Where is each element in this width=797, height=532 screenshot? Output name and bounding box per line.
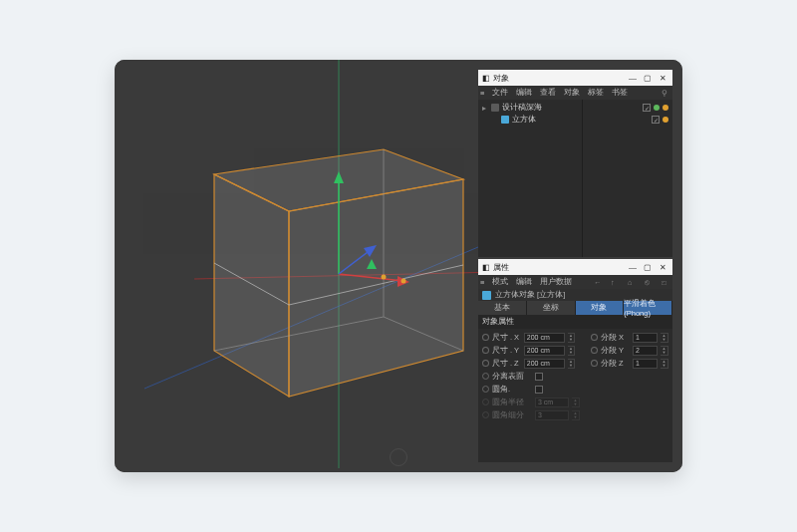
prop-row-fillet-sub: 圆角细分 3 ▲▼ bbox=[482, 408, 668, 421]
spinner-fillet-radius: ▲▼ bbox=[572, 398, 580, 407]
label-fillet-radius: 圆角半径 bbox=[492, 398, 532, 407]
svg-marker-4 bbox=[214, 174, 289, 397]
anim-dot-icon[interactable] bbox=[482, 334, 489, 341]
svg-point-18 bbox=[382, 275, 387, 280]
home-icon[interactable]: ⌂ bbox=[628, 278, 637, 287]
input-seg-y[interactable]: 2 bbox=[633, 346, 658, 356]
object-tree[interactable]: ▸ 设计稿深海 ✓ 立方体 ✓ bbox=[478, 100, 672, 128]
input-seg-x[interactable]: 1 bbox=[633, 333, 658, 343]
menu-view[interactable]: 查看 bbox=[540, 88, 556, 98]
maximize-button[interactable]: ▢ bbox=[642, 261, 654, 273]
lock-icon[interactable]: ⏍ bbox=[662, 278, 670, 287]
cube-icon bbox=[482, 291, 491, 300]
hamburger-icon[interactable]: ≡ bbox=[480, 278, 484, 287]
object-panel-title: 对象 bbox=[493, 73, 509, 84]
watermark-icon bbox=[390, 448, 407, 466]
spinner-seg-y[interactable]: ▲▼ bbox=[661, 346, 668, 356]
label-separate: 分离表面 bbox=[492, 372, 532, 382]
prop-row-fillet: 圆角. bbox=[482, 383, 668, 396]
attr-panel-titlebar[interactable]: ◧ 属性 — ▢ ✕ bbox=[478, 259, 672, 275]
visibility-toggle[interactable]: ✓ bbox=[643, 104, 651, 112]
checkbox-separate[interactable] bbox=[535, 373, 543, 381]
label-seg-y: 分段 Y bbox=[601, 346, 630, 356]
label-size-y: 尺寸 . Y bbox=[492, 346, 521, 356]
object-header-label: 立方体对象 [立方体] bbox=[495, 290, 565, 300]
attr-panel-title: 属性 bbox=[493, 262, 509, 273]
input-seg-z[interactable]: 1 bbox=[633, 359, 658, 369]
object-panel-menubar: ≡ 文件 编辑 查看 对象 标签 书签 ⚲ bbox=[478, 86, 672, 100]
tab-coord[interactable]: 坐标 bbox=[527, 301, 576, 315]
input-size-x[interactable]: 200 cm bbox=[524, 333, 565, 343]
nav-up-icon[interactable]: ↑ bbox=[611, 278, 620, 287]
attr-panel-menubar: ≡ 模式 编辑 用户数据 ← ↑ ⌂ ⎋ ⏍ bbox=[478, 275, 672, 289]
tree-column-divider[interactable] bbox=[582, 100, 583, 257]
label-size-x: 尺寸 . X bbox=[492, 333, 521, 343]
anim-dot-icon[interactable] bbox=[591, 360, 598, 367]
prop-row-size-x: 尺寸 . X 200 cm ▲▼ 分段 X 1 ▲▼ bbox=[482, 331, 668, 344]
expand-arrow-icon[interactable]: ▸ bbox=[482, 104, 488, 113]
anim-dot-icon[interactable] bbox=[482, 347, 489, 354]
tree-row[interactable]: 立方体 ✓ bbox=[482, 114, 668, 126]
anim-dot-icon[interactable] bbox=[482, 386, 489, 393]
link-icon[interactable]: ⎋ bbox=[645, 278, 654, 287]
prop-row-size-z: 尺寸 . Z 200 cm ▲▼ 分段 Z 1 ▲▼ bbox=[482, 357, 668, 370]
properties-list: 尺寸 . X 200 cm ▲▼ 分段 X 1 ▲▼ 尺寸 . Y 200 cm… bbox=[478, 329, 672, 423]
input-fillet-sub: 3 bbox=[535, 410, 569, 420]
spinner-seg-x[interactable]: ▲▼ bbox=[661, 333, 668, 343]
nav-back-icon[interactable]: ← bbox=[594, 278, 603, 287]
tab-phong[interactable]: 平滑着色(Phong) bbox=[624, 301, 672, 315]
attribute-panel: ◧ 属性 — ▢ ✕ ≡ 模式 编辑 用户数据 ← ↑ ⌂ ⎋ ⏍ 立方体对象 … bbox=[478, 259, 672, 462]
app-icon: ◧ bbox=[482, 263, 490, 272]
anim-dot-icon[interactable] bbox=[482, 373, 489, 380]
search-icon[interactable]: ⚲ bbox=[662, 89, 670, 98]
anim-dot-icon bbox=[482, 399, 489, 405]
menu-file[interactable]: 文件 bbox=[492, 88, 508, 98]
attr-tabs: 基本 坐标 对象 平滑着色(Phong) bbox=[478, 301, 672, 315]
close-button[interactable]: ✕ bbox=[657, 72, 668, 84]
hamburger-icon[interactable]: ≡ bbox=[480, 89, 484, 98]
checkbox-fillet[interactable] bbox=[535, 386, 543, 394]
prop-row-fillet-radius: 圆角半径 3 cm ▲▼ bbox=[482, 396, 668, 408]
minimize-button[interactable]: — bbox=[627, 261, 639, 273]
menu-mode[interactable]: 模式 bbox=[492, 277, 508, 287]
object-panel-titlebar[interactable]: ◧ 对象 — ▢ ✕ bbox=[478, 70, 672, 86]
app-icon: ◧ bbox=[482, 74, 490, 83]
input-size-y[interactable]: 200 cm bbox=[524, 346, 565, 356]
layer-dot[interactable] bbox=[654, 105, 660, 111]
input-size-z[interactable]: 200 cm bbox=[524, 359, 565, 369]
anim-dot-icon[interactable] bbox=[482, 360, 489, 367]
svg-marker-5 bbox=[289, 179, 463, 397]
svg-point-19 bbox=[401, 279, 406, 284]
anim-dot-icon bbox=[482, 411, 489, 418]
menu-edit[interactable]: 编辑 bbox=[516, 277, 532, 287]
null-icon bbox=[491, 104, 499, 112]
maximize-button[interactable]: ▢ bbox=[642, 72, 654, 84]
layer-dot[interactable] bbox=[663, 105, 668, 111]
menu-edit[interactable]: 编辑 bbox=[516, 88, 532, 98]
menu-tag[interactable]: 标签 bbox=[588, 88, 604, 98]
minimize-button[interactable]: — bbox=[627, 72, 639, 84]
spinner-size-x[interactable]: ▲▼ bbox=[568, 333, 576, 343]
menu-user[interactable]: 用户数据 bbox=[540, 277, 572, 287]
layer-dot[interactable] bbox=[663, 117, 668, 123]
spinner-size-y[interactable]: ▲▼ bbox=[568, 346, 576, 356]
spinner-size-z[interactable]: ▲▼ bbox=[568, 359, 576, 369]
menu-object[interactable]: 对象 bbox=[564, 88, 580, 98]
label-seg-x: 分段 X bbox=[601, 333, 630, 343]
tree-row[interactable]: ▸ 设计稿深海 ✓ bbox=[482, 102, 668, 114]
close-button[interactable]: ✕ bbox=[657, 261, 668, 273]
app-window: ◧ 对象 — ▢ ✕ ≡ 文件 编辑 查看 对象 标签 书签 ⚲ ▸ 设计稿深海… bbox=[115, 60, 682, 472]
anim-dot-icon[interactable] bbox=[591, 334, 598, 341]
menu-bookmark[interactable]: 书签 bbox=[612, 88, 628, 98]
tab-object[interactable]: 对象 bbox=[576, 301, 625, 315]
label-fillet-sub: 圆角细分 bbox=[492, 410, 532, 420]
anim-dot-icon[interactable] bbox=[591, 347, 598, 354]
tab-basic[interactable]: 基本 bbox=[478, 301, 527, 315]
label-fillet: 圆角. bbox=[492, 385, 532, 395]
tree-item-label: 设计稿深海 bbox=[502, 103, 542, 113]
visibility-toggle[interactable]: ✓ bbox=[652, 116, 660, 124]
prop-row-size-y: 尺寸 . Y 200 cm ▲▼ 分段 Y 2 ▲▼ bbox=[482, 344, 668, 357]
label-seg-z: 分段 Z bbox=[601, 359, 630, 369]
spinner-fillet-sub: ▲▼ bbox=[572, 410, 580, 420]
spinner-seg-z[interactable]: ▲▼ bbox=[661, 359, 668, 369]
